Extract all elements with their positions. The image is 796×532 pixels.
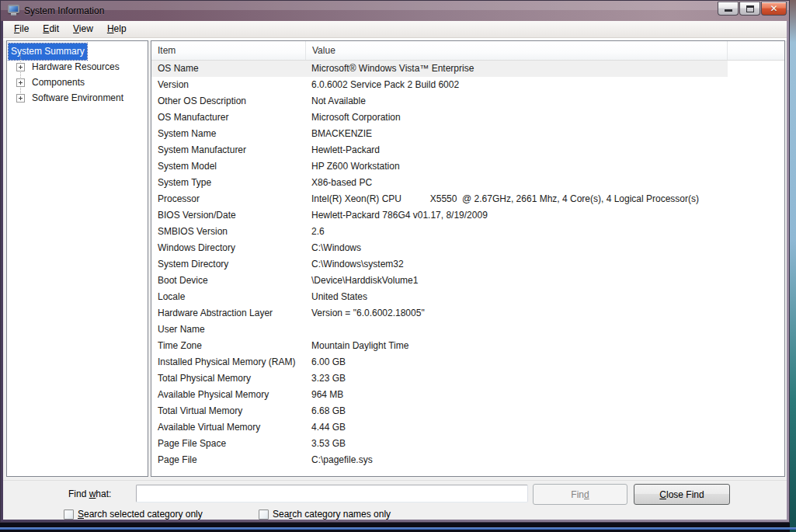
maximize-button[interactable]	[739, 2, 760, 16]
column-header-item[interactable]: Item	[151, 41, 306, 60]
tree-item[interactable]: Software Environment	[7, 90, 148, 106]
table-row[interactable]: OS Name Microsoft® Windows Vista™ Enterp…	[151, 61, 728, 77]
item-cell: Time Zone	[151, 338, 306, 354]
minimize-button[interactable]	[718, 2, 739, 16]
summary-listview: Item Value OS Name Microsoft® Windows Vi…	[151, 40, 785, 477]
table-row[interactable]: Time Zone Mountain Daylight Time	[151, 338, 728, 354]
desktop-background: System Information ✕ File	[0, 0, 796, 532]
value-cell: 3.53 GB	[306, 436, 728, 452]
table-row[interactable]: Installed Physical Memory (RAM) 6.00 GB	[151, 354, 728, 370]
item-cell: System Type	[151, 175, 306, 191]
value-cell: Hewlett-Packard 786G4 v01.17, 8/19/2009	[306, 207, 728, 224]
table-row[interactable]: System Directory C:\Windows\system32	[151, 256, 728, 273]
tree-item-label: Software Environment	[30, 90, 126, 106]
value-cell: United States	[306, 289, 728, 305]
item-cell: Processor	[151, 191, 306, 207]
table-row[interactable]: User Name	[151, 322, 728, 338]
system-information-window: System Information ✕ File	[0, 0, 790, 523]
item-cell: OS Manufacturer	[151, 110, 306, 126]
item-cell: BIOS Version/Date	[151, 207, 306, 224]
value-cell: C:\pagefile.sys	[306, 452, 728, 468]
minimize-icon	[725, 9, 732, 12]
table-row[interactable]: Available Virtual Memory 4.44 GB	[151, 419, 728, 436]
item-cell: System Model	[151, 158, 306, 175]
column-header-value[interactable]: Value	[306, 41, 728, 60]
table-row[interactable]: Hardware Abstraction Layer Version = "6.…	[151, 305, 728, 322]
value-cell: Not Available	[306, 93, 728, 110]
tree-item[interactable]: Hardware Resources	[7, 59, 148, 75]
window-controls: ✕	[718, 2, 787, 16]
value-cell: Mountain Daylight Time	[306, 338, 728, 354]
table-row[interactable]: System Manufacturer Hewlett-Packard	[151, 142, 728, 158]
item-cell: Total Physical Memory	[151, 370, 306, 387]
table-row[interactable]: Other OS Description Not Available	[151, 93, 728, 110]
table-row[interactable]: OS Manufacturer Microsoft Corporation	[151, 110, 728, 126]
search-selected-category-checkbox[interactable]	[64, 509, 74, 520]
workspace: System Summary Hardware Resources Compon…	[3, 38, 787, 480]
search-category-names-label: Search category names only	[273, 509, 391, 520]
table-row[interactable]: SMBIOS Version 2.6	[151, 224, 728, 240]
item-cell: Total Virtual Memory	[151, 403, 306, 419]
menu-item[interactable]: Help	[100, 22, 134, 37]
find-what-input[interactable]	[136, 485, 528, 502]
item-cell: System Directory	[151, 256, 306, 273]
tree-item[interactable]: Components	[7, 75, 148, 90]
menu-item[interactable]: View	[66, 22, 100, 37]
menu-item[interactable]: File	[7, 22, 36, 37]
close-button[interactable]: ✕	[761, 2, 787, 16]
search-category-names-option: Search category names only	[259, 509, 391, 520]
value-cell: Version = "6.0.6002.18005"	[306, 305, 728, 322]
value-cell: 2.6	[306, 224, 728, 240]
value-cell: BMACKENZIE	[306, 126, 728, 142]
find-button[interactable]: Find	[533, 484, 627, 505]
value-cell: C:\Windows\system32	[306, 256, 728, 273]
desktop-horizon-line	[0, 527, 796, 530]
tree-item[interactable]: System Summary	[7, 43, 148, 59]
table-row[interactable]: Page File Space 3.53 GB	[151, 436, 728, 452]
desktop-wallpaper-edge	[790, 0, 796, 532]
find-options: Search selected category only Search cat…	[3, 509, 787, 520]
item-cell: Hardware Abstraction Layer	[151, 305, 306, 322]
table-row[interactable]: Processor Intel(R) Xeon(R) CPU X5550 @ 2…	[151, 191, 728, 207]
category-tree: System Summary Hardware Resources Compon…	[6, 40, 148, 477]
table-row[interactable]: Available Physical Memory 964 MB	[151, 387, 728, 403]
table-row[interactable]: System Type X86-based PC	[151, 175, 728, 191]
table-row[interactable]: Version 6.0.6002 Service Pack 2 Build 60…	[151, 77, 728, 93]
search-selected-category-option: Search selected category only	[64, 509, 203, 520]
value-cell: 6.00 GB	[306, 354, 728, 370]
item-cell: User Name	[151, 322, 306, 338]
item-cell: Available Virtual Memory	[151, 419, 306, 436]
tree-item-label: Hardware Resources	[30, 59, 122, 75]
item-cell: Installed Physical Memory (RAM)	[151, 354, 306, 370]
value-cell: HP Z600 Workstation	[306, 158, 728, 175]
expand-plus-icon[interactable]	[16, 63, 25, 71]
table-row[interactable]: Boot Device \Device\HarddiskVolume1	[151, 273, 728, 289]
menu-bar: File Edit View Help	[3, 21, 787, 38]
table-row[interactable]: Total Physical Memory 3.23 GB	[151, 370, 728, 387]
table-row[interactable]: Locale United States	[151, 289, 728, 305]
value-cell: Intel(R) Xeon(R) CPU X5550 @ 2.67GHz, 26…	[306, 191, 728, 207]
value-cell	[306, 322, 728, 338]
expand-plus-icon[interactable]	[16, 78, 25, 87]
item-cell: Windows Directory	[151, 240, 306, 256]
client-area: File Edit View Help	[3, 21, 787, 520]
item-cell: Other OS Description	[151, 93, 306, 110]
search-category-names-checkbox[interactable]	[259, 509, 269, 520]
expand-plus-icon[interactable]	[16, 94, 25, 103]
app-icon	[8, 5, 20, 16]
table-row[interactable]: BIOS Version/Date Hewlett-Packard 786G4 …	[151, 207, 728, 224]
item-cell: System Manufacturer	[151, 142, 306, 158]
titlebar[interactable]: System Information	[1, 1, 789, 21]
table-row[interactable]: System Name BMACKENZIE	[151, 126, 728, 142]
value-cell: 964 MB	[306, 387, 728, 403]
table-row[interactable]: Total Virtual Memory 6.68 GB	[151, 403, 728, 419]
table-row[interactable]: Page File C:\pagefile.sys	[151, 452, 728, 468]
menu-item[interactable]: Edit	[36, 22, 66, 37]
find-what-label: Find what:	[68, 489, 111, 499]
close-icon: ✕	[770, 3, 777, 14]
list-header: Item Value	[151, 41, 784, 61]
table-row[interactable]: System Model HP Z600 Workstation	[151, 158, 728, 175]
close-find-button[interactable]: Close Find	[634, 484, 730, 505]
item-cell: Version	[151, 77, 306, 93]
table-row[interactable]: Windows Directory C:\Windows	[151, 240, 728, 256]
